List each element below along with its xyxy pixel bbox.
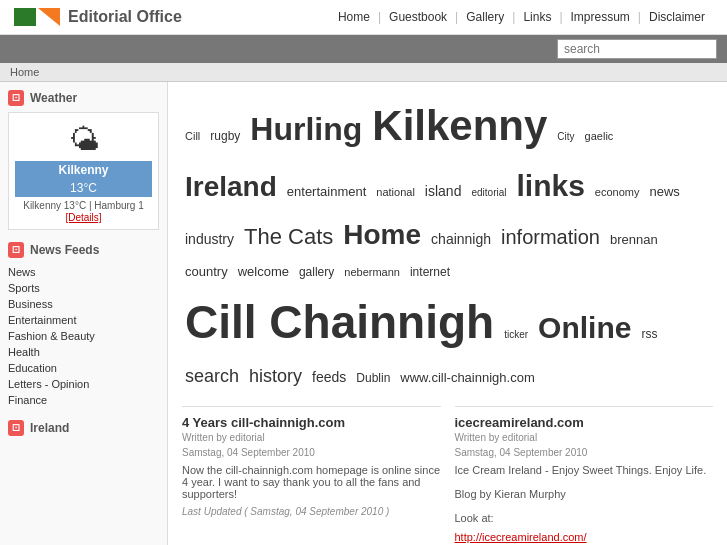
tag-item[interactable]: City <box>557 129 574 144</box>
tag-item[interactable]: information <box>501 222 600 252</box>
tag-item[interactable]: Online <box>538 305 631 350</box>
weather-sun-icon: 🌤 <box>15 123 152 157</box>
tag-item[interactable]: national <box>376 184 415 201</box>
main-layout: ⚀ Weather 🌤 Kilkenny 13°C Kilkenny 13°C … <box>0 82 727 545</box>
tag-item[interactable]: country <box>185 262 228 282</box>
flag-green <box>14 8 36 26</box>
news-feed-item[interactable]: Sports <box>8 280 159 296</box>
logo-area: Editorial Office <box>14 8 182 26</box>
tag-item[interactable]: rss <box>641 325 657 343</box>
nav-item-gallery[interactable]: Gallery <box>458 10 512 24</box>
tag-item[interactable]: Cill Chainnigh <box>185 288 494 357</box>
tag-item[interactable]: history <box>249 363 302 390</box>
tag-item[interactable]: www.cill-chainnigh.com <box>400 368 534 388</box>
nav-item-impressum[interactable]: Impressum <box>563 10 638 24</box>
sidebar: ⚀ Weather 🌤 Kilkenny 13°C Kilkenny 13°C … <box>0 82 168 545</box>
article-updated: Last Updated ( Samstag, 04 September 201… <box>182 506 441 517</box>
article-card: 4 Years cill-chainnigh.comWritten by edi… <box>182 406 441 546</box>
tag-item[interactable]: gallery <box>299 263 334 281</box>
flag-orange <box>38 8 60 26</box>
nav-bar: Home | Guestbook | Gallery | Links | Imp… <box>330 10 713 24</box>
ireland-section: ⚀ Ireland <box>8 420 159 436</box>
ireland-label: Ireland <box>30 421 69 435</box>
tag-item[interactable]: Dublin <box>356 369 390 387</box>
tag-item[interactable]: brennan <box>610 230 658 250</box>
tag-item[interactable]: economy <box>595 184 640 201</box>
nav-item-guestbook[interactable]: Guestbook <box>381 10 455 24</box>
nav-item-links[interactable]: Links <box>515 10 559 24</box>
news-feed-item[interactable]: Health <box>8 344 159 360</box>
tag-item[interactable]: Kilkenny <box>372 94 547 157</box>
weather-label: Weather <box>30 91 77 105</box>
news-feeds-list: NewsSportsBusinessEntertainmentFashion &… <box>8 264 159 408</box>
news-feed-item[interactable]: Education <box>8 360 159 376</box>
nav-item-disclaimer[interactable]: Disclaimer <box>641 10 713 24</box>
tag-item[interactable]: Hurling <box>250 105 362 153</box>
news-feeds-label: News Feeds <box>30 243 99 257</box>
article-date: Samstag, 04 September 2010 <box>455 447 714 458</box>
content-area: CillrugbyHurlingKilkennyCitygaelicIrelan… <box>168 82 727 545</box>
news-feed-item[interactable]: Finance <box>8 392 159 408</box>
breadcrumb-text: Home <box>10 66 39 78</box>
breadcrumb: Home <box>0 63 727 82</box>
article-title[interactable]: 4 Years cill-chainnigh.com <box>182 415 441 430</box>
tag-item[interactable]: search <box>185 363 239 390</box>
tag-item[interactable]: ticker <box>504 327 528 342</box>
tag-item[interactable]: rugby <box>210 127 240 145</box>
nav-item-home[interactable]: Home <box>330 10 378 24</box>
tag-item[interactable]: island <box>425 181 462 202</box>
tag-item[interactable]: entertainment <box>287 182 367 202</box>
weather-details-link[interactable]: [Details] <box>65 212 101 223</box>
tag-item[interactable]: nebermann <box>344 264 400 281</box>
tag-item[interactable]: internet <box>410 263 450 281</box>
site-title: Editorial Office <box>68 8 182 26</box>
news-feeds-section: ⚀ News Feeds NewsSportsBusinessEntertain… <box>8 242 159 408</box>
tag-item[interactable]: Ireland <box>185 166 277 208</box>
tag-item[interactable]: Cill <box>185 128 200 145</box>
weather-city: Kilkenny <box>15 161 152 179</box>
article-card: icecreamireland.comWritten by editorialS… <box>455 406 714 546</box>
tag-item[interactable]: Home <box>343 214 421 256</box>
tag-item[interactable]: chainnigh <box>431 229 491 250</box>
news-feed-item[interactable]: Business <box>8 296 159 312</box>
articles-grid: 4 Years cill-chainnigh.comWritten by edi… <box>182 406 713 546</box>
tag-item[interactable]: The Cats <box>244 220 333 253</box>
logo-flags <box>14 8 60 26</box>
tag-item[interactable]: links <box>516 163 584 208</box>
article-link[interactable]: http://icecreamireland.com/ <box>455 531 587 543</box>
ireland-icon-box: ⚀ <box>8 420 24 436</box>
article-author: Written by editorial <box>455 432 714 443</box>
ireland-header: ⚀ Ireland <box>8 420 159 436</box>
weather-detail: Kilkenny 13°C | Hamburg 1 <box>15 200 152 211</box>
news-feed-item[interactable]: Fashion & Beauty <box>8 328 159 344</box>
news-feed-item[interactable]: Entertainment <box>8 312 159 328</box>
article-author: Written by editorial <box>182 432 441 443</box>
news-feed-item[interactable]: Letters - Opinion <box>8 376 159 392</box>
article-date: Samstag, 04 September 2010 <box>182 447 441 458</box>
weather-header: ⚀ Weather <box>8 90 159 106</box>
article-body: Ice Cream Ireland - Enjoy Sweet Things. … <box>455 464 714 524</box>
tag-item[interactable]: industry <box>185 229 234 250</box>
news-feed-item[interactable]: News <box>8 264 159 280</box>
tag-item[interactable]: gaelic <box>585 128 614 145</box>
news-feeds-icon-box: ⚀ <box>8 242 24 258</box>
article-title[interactable]: icecreamireland.com <box>455 415 714 430</box>
search-input[interactable] <box>557 39 717 59</box>
search-bar-container <box>0 35 727 63</box>
news-feeds-header: ⚀ News Feeds <box>8 242 159 258</box>
weather-icon-box: ⚀ <box>8 90 24 106</box>
tag-cloud: CillrugbyHurlingKilkennyCitygaelicIrelan… <box>182 92 713 392</box>
weather-temp: 13°C <box>15 179 152 197</box>
weather-section: ⚀ Weather 🌤 Kilkenny 13°C Kilkenny 13°C … <box>8 90 159 230</box>
article-body: Now the cill-chainnigh.com homepage is o… <box>182 464 441 500</box>
tag-item[interactable]: welcome <box>238 262 289 282</box>
tag-cloud-container: CillrugbyHurlingKilkennyCitygaelicIrelan… <box>182 92 713 392</box>
tag-item[interactable]: editorial <box>471 185 506 200</box>
tag-item[interactable]: news <box>650 182 680 202</box>
weather-widget: 🌤 Kilkenny 13°C Kilkenny 13°C | Hamburg … <box>8 112 159 230</box>
header: Editorial Office Home | Guestbook | Gall… <box>0 0 727 35</box>
tag-item[interactable]: feeds <box>312 367 346 388</box>
